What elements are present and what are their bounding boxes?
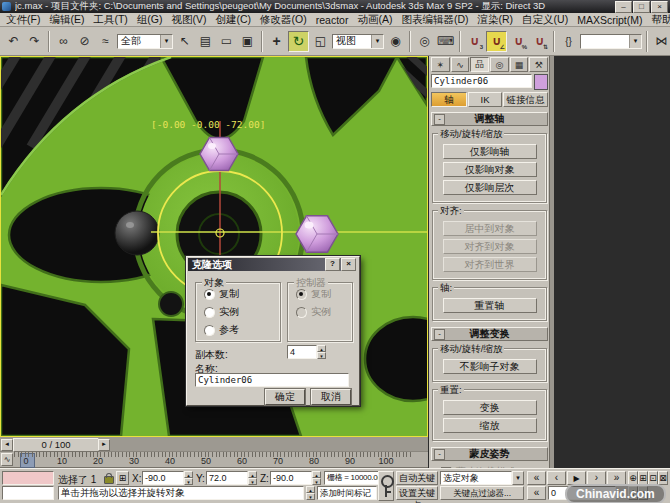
menu-create[interactable]: 创建(C): [216, 13, 252, 27]
minimize-button[interactable]: –: [615, 1, 632, 13]
dialog-help-icon[interactable]: ?: [325, 258, 340, 271]
use-pivot-center-icon[interactable]: ◉: [386, 32, 405, 51]
previous-frame-icon[interactable]: ‹: [547, 471, 566, 485]
object-color-swatch[interactable]: [534, 74, 548, 90]
undo-icon[interactable]: ↶: [4, 32, 23, 51]
radio-reference[interactable]: [204, 325, 215, 336]
selection-lock-icon[interactable]: [104, 476, 114, 484]
maxscript-macro-recorder[interactable]: [2, 471, 54, 485]
rectangular-selection-region-icon[interactable]: ▭: [217, 32, 236, 51]
next-frame-icon[interactable]: ›: [587, 471, 606, 485]
go-to-end-icon[interactable]: »: [607, 471, 626, 485]
dont-affect-children-button[interactable]: 不影响子对象: [443, 359, 537, 374]
go-to-start-icon[interactable]: «: [527, 471, 546, 485]
affect-pivot-only-button[interactable]: 仅影响轴: [443, 144, 537, 159]
menu-reactor[interactable]: reactor: [316, 14, 349, 26]
menu-file[interactable]: 文件(F): [6, 13, 40, 27]
pivot-mode-button[interactable]: 轴: [431, 92, 467, 107]
dropdown-arrow-icon[interactable]: ▾: [629, 35, 641, 48]
rollout-skin-pose[interactable]: - 蒙皮姿势: [431, 447, 548, 461]
maxscript-mini-listener[interactable]: [2, 486, 54, 500]
radio-controller-copy[interactable]: [296, 289, 307, 300]
keyboard-shortcut-override-icon[interactable]: ⌨: [436, 32, 455, 51]
menu-animation[interactable]: 动画(A): [357, 13, 392, 27]
dialog-title-bar[interactable]: 克隆选项 ? ×: [188, 258, 356, 271]
spinner-snap-toggle-icon[interactable]: ∪⇅: [530, 32, 549, 51]
menu-edit[interactable]: 编辑(E): [49, 13, 84, 27]
add-time-tag[interactable]: 添加时间标记: [317, 486, 377, 500]
dropdown-arrow-icon[interactable]: ▾: [512, 471, 524, 485]
ok-button[interactable]: 确定: [265, 389, 305, 405]
zoom-extents-icon[interactable]: ⊡: [648, 471, 658, 485]
link-info-mode-button[interactable]: 链接信息: [503, 92, 548, 107]
mirror-icon[interactable]: ⋈: [652, 32, 670, 51]
angle-snap-toggle-icon[interactable]: ∪∠: [486, 31, 507, 52]
y-spinner[interactable]: ▴▾: [248, 471, 257, 485]
time-tag-spinner[interactable]: ▴▾: [306, 486, 315, 500]
lug-sphere[interactable]: [115, 211, 159, 255]
reset-transform-button[interactable]: 变换: [443, 400, 537, 415]
align-to-object-button[interactable]: 对齐到对象: [443, 239, 537, 254]
select-and-rotate-icon[interactable]: ↻: [288, 31, 309, 52]
select-and-scale-icon[interactable]: ◱: [311, 32, 330, 51]
menu-graph-editors[interactable]: 图表编辑器(D): [401, 13, 468, 27]
z-coordinate-field[interactable]: -90.0: [270, 471, 312, 485]
object-name-field[interactable]: Cylinder06: [431, 74, 532, 88]
named-selection-sets-dropdown[interactable]: ▾: [580, 34, 642, 49]
reset-pivot-button[interactable]: 重置轴: [443, 298, 537, 313]
zoom-extents-all-icon[interactable]: ⊠: [658, 471, 668, 485]
affect-hierarchy-only-button[interactable]: 仅影响层次: [443, 180, 537, 195]
copies-spinner[interactable]: ▴ ▾: [317, 345, 326, 359]
spinner-up-icon[interactable]: ▴: [317, 345, 326, 352]
close-button[interactable]: ×: [651, 1, 668, 13]
select-and-manipulate-icon[interactable]: ◎: [415, 32, 434, 51]
time-slider-prev-icon[interactable]: ◄: [1, 439, 13, 451]
cancel-button[interactable]: 取消: [311, 389, 351, 405]
menu-views[interactable]: 视图(V): [172, 13, 207, 27]
collapse-icon[interactable]: -: [434, 114, 445, 125]
set-keys-button[interactable]: [378, 471, 394, 501]
reset-scale-button[interactable]: 缩放: [443, 418, 537, 433]
select-object-icon[interactable]: ↖: [175, 32, 194, 51]
radio-controller-instance[interactable]: [296, 307, 307, 318]
bind-to-spacewarp-icon[interactable]: ≈: [96, 32, 115, 51]
dropdown-arrow-icon[interactable]: ▾: [371, 35, 383, 48]
time-slider-handle[interactable]: 0 / 100: [13, 438, 99, 452]
select-and-link-icon[interactable]: ∞: [54, 32, 73, 51]
menu-help[interactable]: 帮助(H): [652, 13, 670, 27]
x-spinner[interactable]: ▴▾: [184, 471, 193, 485]
ik-mode-button[interactable]: IK: [468, 92, 502, 107]
menu-maxscript[interactable]: MAXScript(M): [577, 14, 642, 26]
snaps-toggle-3d-icon[interactable]: ∪3: [465, 32, 484, 51]
tab-hierarchy-icon[interactable]: 品: [470, 57, 489, 72]
radio-copy[interactable]: [204, 289, 215, 300]
restore-button[interactable]: □: [633, 1, 650, 13]
center-to-object-button[interactable]: 居中到对象: [443, 221, 537, 236]
rollout-adjust-pivot[interactable]: - 调整轴: [431, 112, 548, 126]
menu-group[interactable]: 组(G): [137, 13, 163, 27]
collapse-icon[interactable]: -: [434, 329, 445, 340]
tab-motion-icon[interactable]: ◎: [490, 57, 509, 72]
select-and-move-icon[interactable]: +: [267, 32, 286, 51]
selection-filter-dropdown[interactable]: 全部 ▾: [117, 34, 173, 49]
tab-create-icon[interactable]: ✶: [431, 57, 450, 72]
copies-field[interactable]: 4: [287, 345, 317, 359]
spinner-down-icon[interactable]: ▾: [317, 352, 326, 359]
dialog-close-icon[interactable]: ×: [341, 258, 356, 271]
set-key-button[interactable]: 设置关键点: [396, 486, 438, 500]
select-by-name-icon[interactable]: ▤: [196, 32, 215, 51]
time-slider-track[interactable]: ◄ 0 / 100 ►: [0, 437, 428, 452]
menu-rendering[interactable]: 渲染(R): [478, 13, 514, 27]
absolute-offset-toggle-icon[interactable]: ⊞: [116, 471, 129, 485]
y-coordinate-field[interactable]: 72.0: [206, 471, 248, 485]
unlink-selection-icon[interactable]: ⊘: [75, 32, 94, 51]
collapse-icon[interactable]: -: [434, 449, 445, 460]
menu-customize[interactable]: 自定义(U): [522, 13, 568, 27]
time-slider-next-icon[interactable]: ►: [98, 439, 110, 451]
clone-name-field[interactable]: Cylinder06: [195, 373, 349, 387]
percent-snap-toggle-icon[interactable]: ∪%: [509, 32, 528, 51]
x-coordinate-field[interactable]: -90.0: [142, 471, 184, 485]
track-bar[interactable]: ∿ 0 10 20 30 40 50 60 70 80 90 100: [0, 452, 428, 468]
rollout-adjust-transform[interactable]: - 调整变换: [431, 327, 548, 341]
tab-display-icon[interactable]: ▦: [510, 57, 529, 72]
